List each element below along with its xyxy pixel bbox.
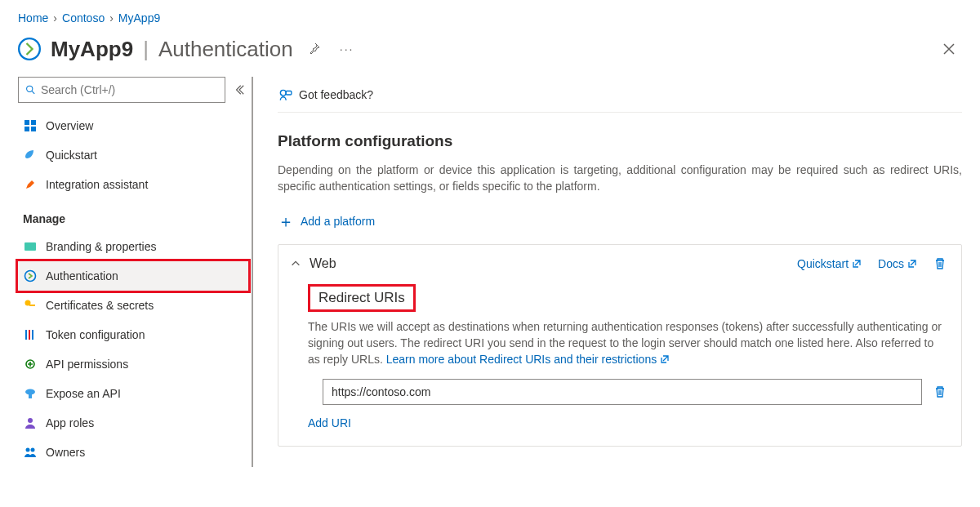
page-title: MyApp9 | Authentication [51, 37, 293, 62]
breadcrumb-sep: › [109, 11, 114, 24]
sidebar-item-certificates[interactable]: Certificates & secrets [18, 291, 248, 320]
sidebar-section-manage: Manage [18, 199, 248, 232]
breadcrumb-sep: › [53, 11, 57, 24]
chevron-up-icon [290, 258, 301, 269]
sidebar-item-expose-api[interactable]: Expose an API [18, 379, 248, 408]
sidebar-item-label: Authentication [46, 269, 118, 282]
svg-rect-7 [24, 242, 36, 251]
collapse-sidebar-button[interactable] [234, 84, 248, 96]
breadcrumb-tenant[interactable]: Contoso [62, 11, 105, 24]
highlight-redirect-uris: Redirect URIs [308, 284, 416, 312]
search-input[interactable] [41, 83, 218, 96]
breadcrumb: Home › Contoso › MyApp9 [0, 0, 980, 29]
api-permissions-icon [23, 357, 38, 371]
external-link-icon [660, 354, 670, 364]
page-header: MyApp9 | Authentication ··· [0, 29, 980, 77]
svg-rect-10 [29, 305, 35, 306]
svg-point-15 [25, 389, 35, 395]
sidebar-item-label: App roles [46, 416, 94, 429]
svg-point-17 [28, 418, 33, 423]
redirect-uri-input[interactable] [323, 379, 922, 405]
overview-icon [23, 118, 38, 133]
sidebar-search[interactable] [18, 77, 225, 103]
sidebar-item-api-permissions[interactable]: API permissions [18, 349, 248, 379]
sidebar-item-branding[interactable]: Branding & properties [18, 232, 248, 261]
sidebar-item-overview[interactable]: Overview [18, 111, 248, 140]
svg-point-19 [31, 448, 35, 452]
svg-point-1 [27, 86, 33, 91]
add-platform-button[interactable]: ＋ Add a platform [278, 213, 962, 229]
sidebar-item-label: Expose an API [46, 387, 121, 400]
close-button[interactable] [936, 36, 962, 62]
svg-rect-11 [25, 330, 27, 340]
owners-icon [23, 445, 38, 460]
title-separator: | [143, 37, 149, 62]
quickstart-icon [23, 148, 38, 162]
learn-more-redirect-link[interactable]: Learn more about Redirect URIs and their… [386, 351, 670, 367]
docs-link[interactable]: Docs [878, 257, 917, 270]
svg-rect-16 [29, 394, 32, 398]
breadcrumb-app[interactable]: MyApp9 [118, 11, 160, 24]
sidebar-item-label: Quickstart [46, 149, 97, 162]
feedback-icon [278, 87, 292, 102]
sidebar-item-label: Overview [46, 119, 93, 132]
sidebar-item-quickstart[interactable]: Quickstart [18, 140, 248, 170]
sidebar-item-label: Branding & properties [46, 240, 156, 253]
trash-icon [933, 257, 947, 270]
trash-icon [933, 385, 947, 398]
svg-point-18 [26, 448, 30, 452]
expose-api-icon [23, 386, 38, 401]
sidebar-item-token-config[interactable]: Token configuration [18, 320, 248, 349]
authentication-icon [23, 269, 38, 283]
sidebar-item-authentication[interactable]: Authentication [18, 261, 248, 291]
search-icon [25, 84, 36, 96]
sidebar: Overview Quickstart Integration assistan… [18, 77, 253, 467]
rocket-icon [23, 177, 38, 192]
collapse-card-button[interactable] [290, 258, 301, 269]
external-link-icon [852, 259, 862, 269]
delete-uri-button[interactable] [933, 385, 947, 398]
svg-rect-12 [29, 330, 30, 340]
svg-rect-13 [32, 330, 33, 340]
sidebar-item-label: Token configuration [46, 328, 145, 341]
svg-line-2 [32, 91, 34, 94]
sidebar-item-label: Certificates & secrets [46, 299, 154, 312]
title-section: Authentication [158, 37, 293, 62]
feedback-button[interactable]: Got feedback? [278, 77, 962, 113]
external-link-icon [907, 259, 917, 269]
delete-platform-button[interactable] [933, 257, 947, 270]
redirect-uri-row [323, 379, 947, 405]
sidebar-item-label: Owners [46, 446, 85, 459]
svg-rect-5 [24, 127, 29, 131]
key-icon [23, 298, 38, 313]
title-app-name: MyApp9 [51, 37, 133, 62]
svg-rect-4 [31, 120, 36, 125]
sidebar-item-label: API permissions [46, 358, 128, 371]
main-content: Got feedback? Platform configurations De… [253, 77, 980, 467]
add-uri-button[interactable]: Add URI [308, 416, 947, 429]
svg-point-20 [280, 90, 286, 96]
svg-rect-3 [24, 120, 29, 125]
feedback-label: Got feedback? [299, 88, 373, 101]
plus-icon: ＋ [278, 213, 294, 229]
quickstart-link[interactable]: Quickstart [797, 257, 862, 270]
sidebar-item-app-roles[interactable]: App roles [18, 408, 248, 438]
app-roles-icon [23, 416, 38, 430]
svg-point-0 [19, 38, 40, 60]
add-platform-label: Add a platform [301, 215, 375, 228]
platform-configurations-description: Depending on the platform or device this… [278, 162, 962, 195]
pin-button[interactable] [303, 38, 326, 60]
redirect-uris-heading: Redirect URIs [318, 290, 405, 306]
sidebar-item-label: Integration assistant [46, 178, 148, 191]
platform-configurations-heading: Platform configurations [278, 132, 962, 150]
highlight-authentication: Authentication [16, 259, 251, 293]
svg-rect-21 [286, 91, 292, 95]
web-platform-title: Web [310, 256, 336, 271]
sidebar-item-integration-assistant[interactable]: Integration assistant [18, 170, 248, 199]
svg-point-8 [25, 271, 36, 282]
svg-rect-6 [31, 127, 36, 131]
sidebar-item-owners[interactable]: Owners [18, 438, 248, 467]
more-button[interactable]: ··· [336, 38, 359, 60]
breadcrumb-home[interactable]: Home [18, 11, 48, 24]
branding-icon [23, 239, 38, 254]
